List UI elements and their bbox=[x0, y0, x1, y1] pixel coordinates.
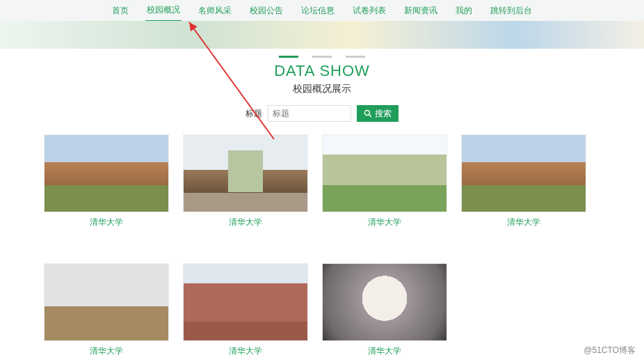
hero-banner bbox=[0, 21, 644, 49]
card-thumbnail bbox=[461, 134, 586, 212]
campus-card[interactable]: 清华大学 bbox=[44, 263, 169, 357]
card-caption[interactable]: 清华大学 bbox=[461, 217, 586, 228]
nav-item-teachers[interactable]: 名师风采 bbox=[197, 1, 233, 21]
card-grid: 清华大学 清华大学 清华大学 清华大学 清华大学 清华大学 清华大学 bbox=[44, 134, 600, 357]
campus-card[interactable]: 清华大学 bbox=[183, 263, 308, 357]
search-icon bbox=[364, 109, 372, 118]
card-caption[interactable]: 清华大学 bbox=[44, 345, 169, 357]
card-caption[interactable]: 清华大学 bbox=[322, 345, 447, 357]
nav-item-forum[interactable]: 论坛信息 bbox=[300, 1, 336, 21]
card-thumbnail bbox=[322, 263, 447, 341]
search-button[interactable]: 搜索 bbox=[357, 105, 399, 122]
svg-line-1 bbox=[369, 115, 372, 118]
card-thumbnail bbox=[183, 263, 308, 341]
nav-item-news[interactable]: 新闻资讯 bbox=[403, 1, 439, 21]
nav-item-exams[interactable]: 试卷列表 bbox=[351, 1, 387, 21]
progress-step bbox=[312, 56, 332, 58]
card-caption[interactable]: 清华大学 bbox=[183, 217, 308, 228]
campus-card[interactable]: 清华大学 bbox=[44, 134, 169, 228]
section-title-cn: 校园概况展示 bbox=[0, 83, 644, 95]
campus-card[interactable]: 清华大学 bbox=[322, 263, 447, 357]
progress-indicator bbox=[0, 56, 644, 58]
campus-card[interactable]: 清华大学 bbox=[183, 134, 308, 228]
nav-item-campus[interactable]: 校园概况 bbox=[145, 0, 182, 22]
card-caption[interactable]: 清华大学 bbox=[44, 217, 169, 228]
campus-card[interactable]: 清华大学 bbox=[461, 134, 586, 228]
card-thumbnail bbox=[44, 134, 169, 212]
search-button-label: 搜索 bbox=[375, 108, 392, 120]
progress-step bbox=[346, 56, 365, 58]
top-nav: 首页 校园概况 名师风采 校园公告 论坛信息 试卷列表 新闻资讯 我的 跳转到后… bbox=[0, 0, 644, 21]
card-thumbnail bbox=[322, 134, 447, 212]
card-thumbnail bbox=[44, 263, 169, 341]
campus-card[interactable]: 清华大学 bbox=[322, 134, 447, 228]
svg-point-0 bbox=[365, 111, 370, 116]
nav-item-mine[interactable]: 我的 bbox=[454, 1, 474, 21]
section-title-en: DATA SHOW bbox=[0, 62, 644, 80]
watermark: @51CTO博客 bbox=[583, 345, 636, 356]
nav-item-announcements[interactable]: 校园公告 bbox=[248, 1, 284, 21]
nav-item-home[interactable]: 首页 bbox=[111, 1, 130, 21]
card-thumbnail bbox=[183, 134, 308, 212]
search-bar: 标题 搜索 bbox=[0, 105, 644, 122]
progress-step bbox=[279, 56, 298, 58]
search-input[interactable] bbox=[268, 105, 351, 122]
card-caption[interactable]: 清华大学 bbox=[322, 217, 447, 228]
card-caption[interactable]: 清华大学 bbox=[183, 345, 308, 357]
search-label: 标题 bbox=[245, 108, 262, 120]
nav-item-admin[interactable]: 跳转到后台 bbox=[489, 1, 533, 21]
